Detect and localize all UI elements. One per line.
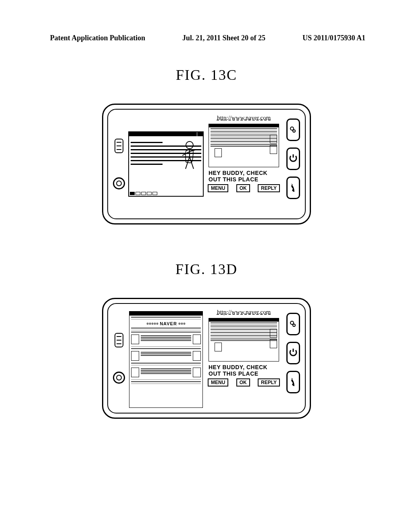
right-controls [286, 313, 300, 393]
device-body: NAVER [107, 303, 306, 414]
menu-button[interactable]: MENU [208, 378, 228, 387]
svg-point-1 [293, 130, 295, 132]
device-body: http://www.naver.com HEY BUDDY, CHECK OU… [107, 109, 306, 219]
message-panel: http://www.naver.com HEY BUDDY, CHECK OU… [206, 308, 282, 409]
volume-icon[interactable] [115, 333, 123, 347]
call-icon[interactable] [286, 177, 300, 199]
figure-label-13c: FIG. 13C [0, 66, 413, 83]
figure-label-13d: FIG. 13D [0, 261, 413, 278]
lock-icon[interactable] [286, 118, 300, 141]
screen: http://www.naver.com HEY BUDDY, CHECK OU… [128, 114, 282, 214]
url-bar[interactable]: http://www.naver.com [206, 308, 282, 316]
message-text: HEY BUDDY, CHECK OUT THIS PLACE [206, 363, 282, 378]
svg-point-4 [293, 324, 295, 326]
power-icon[interactable] [286, 342, 300, 364]
camera-icon[interactable] [113, 372, 125, 384]
screen: NAVER [128, 308, 282, 409]
url-bar[interactable]: http://www.naver.com [206, 114, 282, 122]
message-panel: http://www.naver.com HEY BUDDY, CHECK OU… [206, 114, 282, 214]
page-header: Patent Application Publication Jul. 21, … [0, 0, 413, 42]
media-window[interactable] [128, 131, 204, 197]
soft-keys: MENU OK REPLY [206, 378, 282, 387]
media-player [128, 114, 204, 214]
right-controls [286, 118, 300, 199]
playback-controls-icon[interactable] [130, 192, 157, 195]
device-13c: http://www.naver.com HEY BUDDY, CHECK OU… [102, 104, 311, 224]
left-controls [113, 333, 125, 384]
window-titlebar-icon [129, 132, 203, 136]
message-text: HEY BUDDY, CHECK OUT THIS PLACE [206, 169, 282, 184]
soft-keys: MENU OK REPLY [206, 184, 282, 193]
naver-logo-icon: NAVER [129, 321, 202, 326]
call-icon[interactable] [286, 371, 300, 393]
menu-button[interactable]: MENU [208, 184, 228, 192]
webpage-thumbnail[interactable] [209, 318, 279, 362]
browser-panel: NAVER [128, 308, 204, 409]
ok-button[interactable]: OK [236, 378, 250, 387]
volume-icon[interactable] [115, 139, 123, 153]
reply-button[interactable]: REPLY [258, 184, 280, 192]
reply-button[interactable]: REPLY [258, 378, 280, 387]
naver-text: NAVER [160, 321, 177, 326]
webpage-full[interactable]: NAVER [129, 311, 203, 408]
camera-icon[interactable] [113, 177, 125, 189]
svg-point-2 [186, 141, 193, 149]
left-controls [113, 139, 125, 189]
power-icon[interactable] [286, 148, 300, 170]
header-left: Patent Application Publication [50, 34, 145, 42]
lock-icon[interactable] [286, 313, 300, 335]
header-center: Jul. 21, 2011 Sheet 20 of 25 [182, 34, 265, 42]
person-icon [178, 139, 201, 175]
ok-button[interactable]: OK [236, 184, 250, 192]
webpage-thumbnail[interactable] [209, 124, 279, 167]
device-13d: NAVER [102, 298, 311, 419]
header-right: US 2011/0175930 A1 [302, 34, 365, 42]
